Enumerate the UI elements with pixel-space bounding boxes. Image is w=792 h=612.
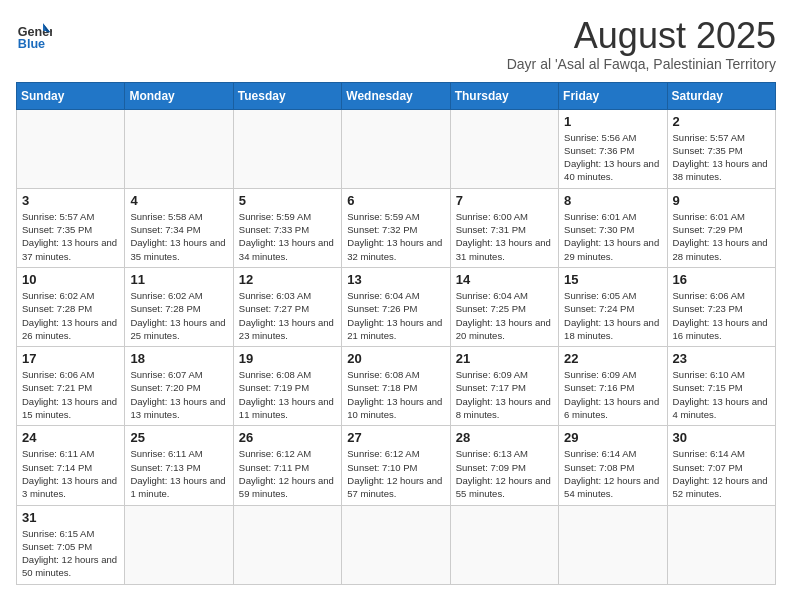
day-cell: 16Sunrise: 6:06 AM Sunset: 7:23 PM Dayli…: [667, 267, 775, 346]
day-cell: 4Sunrise: 5:58 AM Sunset: 7:34 PM Daylig…: [125, 188, 233, 267]
day-info: Sunrise: 6:01 AM Sunset: 7:29 PM Dayligh…: [673, 210, 770, 263]
day-info: Sunrise: 6:04 AM Sunset: 7:25 PM Dayligh…: [456, 289, 553, 342]
day-cell: 10Sunrise: 6:02 AM Sunset: 7:28 PM Dayli…: [17, 267, 125, 346]
day-info: Sunrise: 6:05 AM Sunset: 7:24 PM Dayligh…: [564, 289, 661, 342]
day-number: 16: [673, 272, 770, 287]
calendar-table: SundayMondayTuesdayWednesdayThursdayFrid…: [16, 82, 776, 585]
day-cell: 23Sunrise: 6:10 AM Sunset: 7:15 PM Dayli…: [667, 347, 775, 426]
week-row-5: 24Sunrise: 6:11 AM Sunset: 7:14 PM Dayli…: [17, 426, 776, 505]
day-number: 25: [130, 430, 227, 445]
day-info: Sunrise: 5:56 AM Sunset: 7:36 PM Dayligh…: [564, 131, 661, 184]
day-cell: 9Sunrise: 6:01 AM Sunset: 7:29 PM Daylig…: [667, 188, 775, 267]
day-cell: 20Sunrise: 6:08 AM Sunset: 7:18 PM Dayli…: [342, 347, 450, 426]
day-info: Sunrise: 6:13 AM Sunset: 7:09 PM Dayligh…: [456, 447, 553, 500]
day-number: 1: [564, 114, 661, 129]
day-cell: [17, 109, 125, 188]
day-cell: 3Sunrise: 5:57 AM Sunset: 7:35 PM Daylig…: [17, 188, 125, 267]
day-cell: 12Sunrise: 6:03 AM Sunset: 7:27 PM Dayli…: [233, 267, 341, 346]
weekday-friday: Friday: [559, 82, 667, 109]
day-info: Sunrise: 5:57 AM Sunset: 7:35 PM Dayligh…: [673, 131, 770, 184]
day-cell: 15Sunrise: 6:05 AM Sunset: 7:24 PM Dayli…: [559, 267, 667, 346]
day-number: 21: [456, 351, 553, 366]
day-info: Sunrise: 6:02 AM Sunset: 7:28 PM Dayligh…: [130, 289, 227, 342]
day-info: Sunrise: 5:58 AM Sunset: 7:34 PM Dayligh…: [130, 210, 227, 263]
day-info: Sunrise: 6:12 AM Sunset: 7:11 PM Dayligh…: [239, 447, 336, 500]
day-number: 10: [22, 272, 119, 287]
title-block: August 2025 Dayr al 'Asal al Fawqa, Pale…: [507, 16, 776, 72]
day-cell: [450, 505, 558, 584]
day-cell: 17Sunrise: 6:06 AM Sunset: 7:21 PM Dayli…: [17, 347, 125, 426]
day-info: Sunrise: 6:08 AM Sunset: 7:18 PM Dayligh…: [347, 368, 444, 421]
day-cell: 1Sunrise: 5:56 AM Sunset: 7:36 PM Daylig…: [559, 109, 667, 188]
day-number: 22: [564, 351, 661, 366]
day-number: 30: [673, 430, 770, 445]
day-cell: 29Sunrise: 6:14 AM Sunset: 7:08 PM Dayli…: [559, 426, 667, 505]
day-number: 13: [347, 272, 444, 287]
day-cell: [667, 505, 775, 584]
day-number: 31: [22, 510, 119, 525]
day-cell: 8Sunrise: 6:01 AM Sunset: 7:30 PM Daylig…: [559, 188, 667, 267]
day-info: Sunrise: 6:14 AM Sunset: 7:07 PM Dayligh…: [673, 447, 770, 500]
day-number: 14: [456, 272, 553, 287]
page-header: General Blue August 2025 Dayr al 'Asal a…: [16, 16, 776, 72]
day-info: Sunrise: 6:11 AM Sunset: 7:13 PM Dayligh…: [130, 447, 227, 500]
day-cell: 14Sunrise: 6:04 AM Sunset: 7:25 PM Dayli…: [450, 267, 558, 346]
day-info: Sunrise: 6:02 AM Sunset: 7:28 PM Dayligh…: [22, 289, 119, 342]
day-number: 19: [239, 351, 336, 366]
day-info: Sunrise: 6:14 AM Sunset: 7:08 PM Dayligh…: [564, 447, 661, 500]
day-number: 27: [347, 430, 444, 445]
day-cell: [342, 109, 450, 188]
week-row-1: 1Sunrise: 5:56 AM Sunset: 7:36 PM Daylig…: [17, 109, 776, 188]
day-cell: [125, 505, 233, 584]
logo-icon: General Blue: [16, 16, 52, 52]
day-info: Sunrise: 5:59 AM Sunset: 7:33 PM Dayligh…: [239, 210, 336, 263]
day-cell: 28Sunrise: 6:13 AM Sunset: 7:09 PM Dayli…: [450, 426, 558, 505]
day-cell: 26Sunrise: 6:12 AM Sunset: 7:11 PM Dayli…: [233, 426, 341, 505]
weekday-thursday: Thursday: [450, 82, 558, 109]
weekday-monday: Monday: [125, 82, 233, 109]
weekday-header-row: SundayMondayTuesdayWednesdayThursdayFrid…: [17, 82, 776, 109]
day-info: Sunrise: 6:15 AM Sunset: 7:05 PM Dayligh…: [22, 527, 119, 580]
day-cell: 19Sunrise: 6:08 AM Sunset: 7:19 PM Dayli…: [233, 347, 341, 426]
day-number: 24: [22, 430, 119, 445]
day-info: Sunrise: 6:12 AM Sunset: 7:10 PM Dayligh…: [347, 447, 444, 500]
day-number: 20: [347, 351, 444, 366]
day-info: Sunrise: 6:03 AM Sunset: 7:27 PM Dayligh…: [239, 289, 336, 342]
day-number: 17: [22, 351, 119, 366]
day-cell: 31Sunrise: 6:15 AM Sunset: 7:05 PM Dayli…: [17, 505, 125, 584]
day-number: 12: [239, 272, 336, 287]
day-cell: [450, 109, 558, 188]
day-number: 6: [347, 193, 444, 208]
week-row-6: 31Sunrise: 6:15 AM Sunset: 7:05 PM Dayli…: [17, 505, 776, 584]
day-cell: 30Sunrise: 6:14 AM Sunset: 7:07 PM Dayli…: [667, 426, 775, 505]
day-cell: [125, 109, 233, 188]
logo: General Blue: [16, 16, 52, 52]
weekday-wednesday: Wednesday: [342, 82, 450, 109]
day-cell: 25Sunrise: 6:11 AM Sunset: 7:13 PM Dayli…: [125, 426, 233, 505]
day-info: Sunrise: 6:06 AM Sunset: 7:21 PM Dayligh…: [22, 368, 119, 421]
day-number: 2: [673, 114, 770, 129]
day-info: Sunrise: 6:11 AM Sunset: 7:14 PM Dayligh…: [22, 447, 119, 500]
week-row-2: 3Sunrise: 5:57 AM Sunset: 7:35 PM Daylig…: [17, 188, 776, 267]
day-cell: [233, 505, 341, 584]
day-number: 5: [239, 193, 336, 208]
day-info: Sunrise: 6:10 AM Sunset: 7:15 PM Dayligh…: [673, 368, 770, 421]
day-number: 28: [456, 430, 553, 445]
day-info: Sunrise: 6:07 AM Sunset: 7:20 PM Dayligh…: [130, 368, 227, 421]
day-number: 18: [130, 351, 227, 366]
day-info: Sunrise: 6:06 AM Sunset: 7:23 PM Dayligh…: [673, 289, 770, 342]
day-info: Sunrise: 6:04 AM Sunset: 7:26 PM Dayligh…: [347, 289, 444, 342]
weekday-tuesday: Tuesday: [233, 82, 341, 109]
day-cell: [342, 505, 450, 584]
day-cell: 13Sunrise: 6:04 AM Sunset: 7:26 PM Dayli…: [342, 267, 450, 346]
calendar-subtitle: Dayr al 'Asal al Fawqa, Palestinian Terr…: [507, 56, 776, 72]
week-row-3: 10Sunrise: 6:02 AM Sunset: 7:28 PM Dayli…: [17, 267, 776, 346]
day-cell: 21Sunrise: 6:09 AM Sunset: 7:17 PM Dayli…: [450, 347, 558, 426]
day-cell: 7Sunrise: 6:00 AM Sunset: 7:31 PM Daylig…: [450, 188, 558, 267]
day-number: 15: [564, 272, 661, 287]
day-cell: [559, 505, 667, 584]
day-number: 3: [22, 193, 119, 208]
svg-text:Blue: Blue: [18, 37, 45, 51]
day-cell: [233, 109, 341, 188]
day-info: Sunrise: 5:57 AM Sunset: 7:35 PM Dayligh…: [22, 210, 119, 263]
